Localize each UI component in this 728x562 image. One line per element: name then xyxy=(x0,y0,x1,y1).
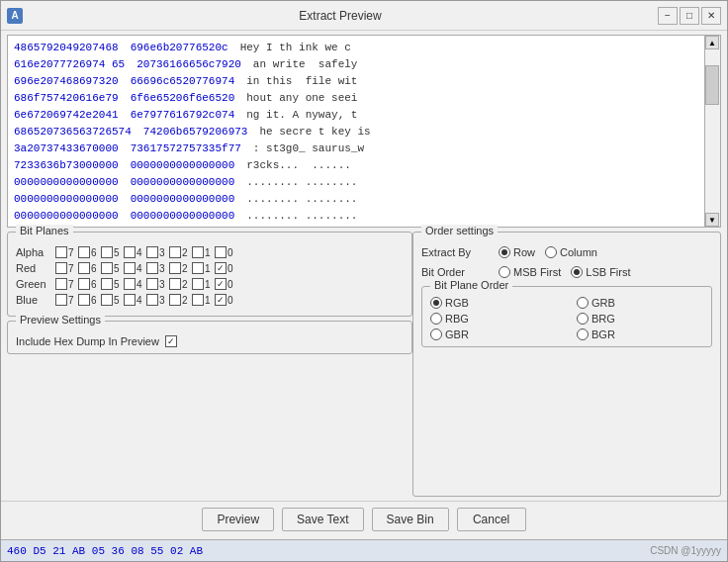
lsb-first-radio[interactable] xyxy=(571,266,583,278)
bit-checkbox-blue-1[interactable] xyxy=(192,294,204,306)
bit-checkbox-blue-4[interactable] xyxy=(124,294,136,306)
bpo-radio-brg[interactable] xyxy=(577,313,589,325)
cancel-button[interactable]: Cancel xyxy=(457,508,526,531)
bpo-radio-rbg[interactable] xyxy=(430,313,442,325)
scroll-up-arrow[interactable]: ▲ xyxy=(705,36,719,49)
maximize-button[interactable]: □ xyxy=(680,7,699,25)
hex-line: 00000000000000000000000000000000........… xyxy=(14,208,698,225)
hex-bytes: 0000000000000000 xyxy=(131,157,235,174)
hex-dump-checkbox[interactable] xyxy=(165,335,177,347)
bit-checkbox-alpha-1[interactable] xyxy=(192,246,204,258)
bpo-radio-grb[interactable] xyxy=(577,297,589,309)
hex-line: 686f757420616e796f6e65206f6e6520hout any… xyxy=(14,90,698,107)
hex-bytes: 0000000000000000 xyxy=(131,174,235,191)
bit-checkbox-green-1[interactable] xyxy=(192,278,204,290)
bit-checkbox-green-5[interactable] xyxy=(101,278,113,290)
bit-checkbox-blue-6[interactable] xyxy=(78,294,90,306)
hex-bytes: 20736166656c7920 xyxy=(136,56,241,73)
extract-by-row-option[interactable]: Row xyxy=(499,246,535,258)
lsb-first-option[interactable]: LSB First xyxy=(571,266,630,278)
bit-order-label: Bit Order xyxy=(421,266,491,278)
title-bar: A Extract Preview − □ ✕ xyxy=(1,1,727,31)
bit-num-green-0: 0 xyxy=(228,279,235,290)
bit-checkbox-green-0[interactable] xyxy=(215,278,227,290)
bit-checkbox-blue-0[interactable] xyxy=(215,294,227,306)
bit-num-blue-5: 5 xyxy=(114,295,122,306)
bit-checkbox-group-alpha: 76543210 xyxy=(55,246,235,258)
bit-num-alpha-5: 5 xyxy=(114,247,122,258)
bpo-option-rgb[interactable]: RGB xyxy=(430,297,557,309)
hex-dump-label: Include Hex Dump In Preview xyxy=(16,335,159,347)
watermark: CSDN @1yyyyy xyxy=(650,545,721,556)
bit-checkbox-green-6[interactable] xyxy=(78,278,90,290)
channel-label-green: Green xyxy=(16,278,55,290)
bit-checkbox-red-4[interactable] xyxy=(124,262,136,274)
bit-checkbox-red-7[interactable] xyxy=(55,262,67,274)
bpo-radio-rgb[interactable] xyxy=(430,297,442,309)
bit-checkbox-green-4[interactable] xyxy=(124,278,136,290)
preview-settings-label: Preview Settings xyxy=(16,314,105,326)
extract-by-row-radio[interactable] xyxy=(499,246,510,258)
bit-checkbox-alpha-6[interactable] xyxy=(78,246,90,258)
bit-item-red-1: 1 xyxy=(192,262,213,274)
bpo-radio-bgr[interactable] xyxy=(577,328,589,340)
bit-num-red-2: 2 xyxy=(182,263,190,274)
channel-label-red: Red xyxy=(16,262,55,274)
bit-num-alpha-0: 0 xyxy=(228,247,235,258)
bit-checkbox-blue-7[interactable] xyxy=(55,294,67,306)
bit-checkbox-blue-3[interactable] xyxy=(146,294,158,306)
minimize-button[interactable]: − xyxy=(658,7,678,25)
extract-by-row: Extract By Row Column xyxy=(421,246,712,258)
bit-num-blue-1: 1 xyxy=(205,295,213,306)
bit-checkbox-red-3[interactable] xyxy=(146,262,158,274)
bit-checkbox-blue-2[interactable] xyxy=(169,294,181,306)
bit-checkbox-blue-5[interactable] xyxy=(101,294,113,306)
extract-by-column-option[interactable]: Column xyxy=(545,246,597,258)
bit-checkbox-alpha-3[interactable] xyxy=(146,246,158,258)
bpo-option-bgr[interactable]: BGR xyxy=(577,328,703,340)
bpo-option-rbg[interactable]: RBG xyxy=(430,313,557,325)
preview-button[interactable]: Preview xyxy=(202,508,274,531)
scroll-thumb[interactable] xyxy=(705,65,719,105)
hex-bytes: 6e7977616792c074 xyxy=(131,107,235,124)
bit-checkbox-alpha-7[interactable] xyxy=(55,246,67,258)
close-button[interactable]: ✕ xyxy=(701,7,721,25)
bit-checkbox-red-0[interactable] xyxy=(215,262,227,274)
bpo-option-grb[interactable]: GRB xyxy=(577,297,703,309)
extract-by-label: Extract By xyxy=(421,246,491,258)
hex-addr: 3a20737433670000 xyxy=(14,140,119,157)
bit-checkbox-green-3[interactable] xyxy=(146,278,158,290)
hex-bytes: 6f6e65206f6e6520 xyxy=(131,90,235,107)
bit-checkbox-red-6[interactable] xyxy=(78,262,90,274)
bpo-option-brg[interactable]: BRG xyxy=(577,313,703,325)
bit-num-red-6: 6 xyxy=(91,263,99,274)
bit-checkbox-alpha-4[interactable] xyxy=(124,246,136,258)
msb-first-option[interactable]: MSB First xyxy=(499,266,561,278)
bit-num-red-0: 0 xyxy=(228,263,235,274)
hex-text: Hey I th ink we c xyxy=(240,40,351,56)
bpo-option-gbr[interactable]: GBR xyxy=(430,328,557,340)
app-icon: A xyxy=(7,8,23,24)
msb-first-radio[interactable] xyxy=(499,266,510,278)
bpo-label-rgb: RGB xyxy=(445,297,469,309)
bit-checkbox-red-5[interactable] xyxy=(101,262,113,274)
bit-item-red-3: 3 xyxy=(146,262,167,274)
bit-checkbox-alpha-5[interactable] xyxy=(101,246,113,258)
bit-checkbox-green-7[interactable] xyxy=(55,278,67,290)
save-bin-button[interactable]: Save Bin xyxy=(372,508,449,531)
vertical-scrollbar[interactable]: ▲ ▼ xyxy=(704,36,720,227)
bit-order-options: MSB First LSB First xyxy=(499,266,631,278)
bit-checkbox-red-1[interactable] xyxy=(192,262,204,274)
bpo-radio-gbr[interactable] xyxy=(430,328,442,340)
bit-item-blue-7: 7 xyxy=(55,294,76,306)
save-text-button[interactable]: Save Text xyxy=(282,508,363,531)
bit-item-alpha-7: 7 xyxy=(55,246,76,258)
bit-checkbox-alpha-0[interactable] xyxy=(215,246,227,258)
bit-num-blue-2: 2 xyxy=(182,295,190,306)
bit-item-blue-6: 6 xyxy=(78,294,99,306)
bit-checkbox-red-2[interactable] xyxy=(169,262,181,274)
extract-by-column-radio[interactable] xyxy=(545,246,557,258)
bit-checkbox-green-2[interactable] xyxy=(169,278,181,290)
scroll-down-arrow[interactable]: ▼ xyxy=(705,213,719,227)
bit-checkbox-alpha-2[interactable] xyxy=(169,246,181,258)
